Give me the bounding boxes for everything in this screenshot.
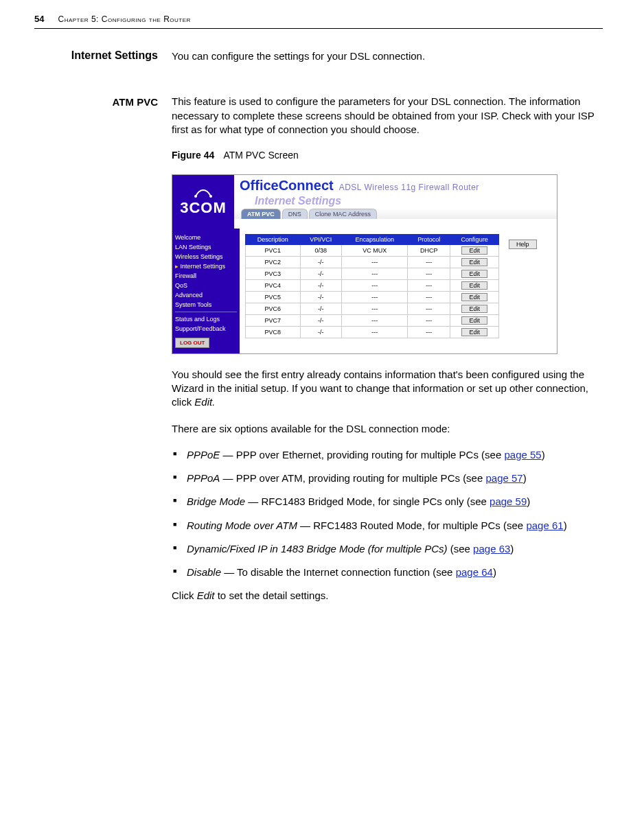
- sidebar-item-advanced[interactable]: Advanced: [175, 290, 237, 300]
- th-encap: Encapsulation: [341, 234, 407, 244]
- sidebar-item-lan[interactable]: LAN Settings: [175, 242, 237, 252]
- pvc-table: Description VPI/VCI Encapsulation Protoc…: [245, 234, 499, 338]
- header-rule: [34, 28, 603, 29]
- table-row: PVC3-/-------Edit: [246, 268, 499, 279]
- table-row: PVC7-/-------Edit: [246, 314, 499, 326]
- th-description: Description: [246, 234, 301, 244]
- page-number: 54: [34, 14, 44, 24]
- tab-bar: ATM PVC DNS Clone MAC Address: [234, 209, 557, 219]
- subsection-heading: ATM PVC: [34, 95, 158, 615]
- table-row: PVC5-/-------Edit: [246, 291, 499, 303]
- sidebar-item-wireless[interactable]: Wireless Settings: [175, 252, 237, 261]
- help-button[interactable]: Help: [509, 240, 537, 249]
- sidebar-item-systemtools[interactable]: System Tools: [175, 300, 237, 310]
- list-item: PPPoA — PPP over ATM, providing routing …: [172, 471, 603, 485]
- tab-dns[interactable]: DNS: [282, 209, 308, 219]
- vendor-logo: 3COM: [172, 175, 234, 229]
- screenshot-section-title: Internet Settings: [234, 194, 557, 209]
- tab-atm-pvc[interactable]: ATM PVC: [241, 209, 281, 219]
- edit-button[interactable]: Edit: [461, 293, 487, 301]
- edit-button[interactable]: Edit: [461, 246, 487, 255]
- list-item: PPPoE — PPP over Ethernet, providing rou…: [172, 448, 603, 462]
- logout-button[interactable]: LOG OUT: [175, 338, 209, 348]
- table-row: PVC10/38VC MUXDHCPEdit: [246, 244, 499, 256]
- tab-clone-mac[interactable]: Clone MAC Address: [309, 209, 377, 219]
- th-configure: Configure: [450, 234, 499, 244]
- page-header: 54 Chapter 5: Configuring the Router: [34, 14, 603, 24]
- edit-button[interactable]: Edit: [461, 328, 487, 336]
- svg-point-0: [194, 195, 197, 198]
- page-link[interactable]: page 59: [490, 496, 527, 507]
- edit-button[interactable]: Edit: [461, 316, 487, 325]
- options-list: PPPoE — PPP over Ethernet, providing rou…: [172, 448, 603, 580]
- figure-label: Figure 44: [172, 150, 214, 161]
- subsection-body: This feature is used to configure the pa…: [172, 95, 603, 137]
- edit-button[interactable]: Edit: [461, 270, 487, 278]
- svg-point-1: [209, 195, 212, 198]
- options-intro: There are six options available for the …: [172, 422, 603, 436]
- edit-button[interactable]: Edit: [461, 281, 487, 290]
- figure-caption: Figure 44 ATM PVC Screen: [172, 149, 603, 162]
- sidebar-item-status[interactable]: Status and Logs: [175, 314, 237, 324]
- section-heading: Internet Settings: [34, 49, 158, 75]
- table-row: PVC4-/-------Edit: [246, 279, 499, 291]
- post-figure-paragraph: You should see the first entry already c…: [172, 368, 603, 410]
- sidebar-item-qos[interactable]: QoS: [175, 281, 237, 290]
- list-item: Disable — To disable the Internet connec…: [172, 566, 603, 579]
- atm-pvc-screenshot: 3COM OfficeConnect ADSL Wireless 11g Fir…: [172, 174, 557, 354]
- edit-button[interactable]: Edit: [461, 305, 487, 313]
- table-row: PVC2-/-------Edit: [246, 256, 499, 268]
- edit-button[interactable]: Edit: [461, 258, 487, 266]
- sidebar-item-support[interactable]: Support/Feedback: [175, 324, 237, 334]
- sidebar-item-welcome[interactable]: Welcome: [175, 233, 237, 242]
- brand-subtitle: ADSL Wireless 11g Firewall Router: [339, 183, 479, 192]
- page-link[interactable]: page 64: [456, 566, 493, 578]
- table-row: PVC6-/-------Edit: [246, 303, 499, 314]
- th-proto: Protocol: [408, 234, 450, 244]
- chapter-title: Chapter 5: Configuring the Router: [58, 14, 190, 24]
- figure-caption-text: ATM PVC Screen: [223, 150, 298, 161]
- sidebar: Welcome LAN Settings Wireless Settings I…: [172, 229, 240, 353]
- brand-name: OfficeConnect: [240, 178, 334, 194]
- page-link[interactable]: page 57: [485, 472, 522, 484]
- table-row: PVC8-/-------Edit: [246, 326, 499, 338]
- list-item: Dynamic/Fixed IP in 1483 Bridge Mode (fo…: [172, 542, 603, 556]
- list-item: Routing Mode over ATM — RFC1483 Routed M…: [172, 519, 603, 533]
- sidebar-item-internet[interactable]: Internet Settings: [175, 261, 237, 271]
- sidebar-item-firewall[interactable]: Firewall: [175, 271, 237, 281]
- page-link[interactable]: page 63: [473, 543, 510, 555]
- section-intro: You can configure the settings for your …: [172, 49, 603, 63]
- page-link[interactable]: page 55: [504, 449, 541, 461]
- logo-text: 3COM: [180, 199, 227, 217]
- closing-paragraph: Click Edit to set the detail settings.: [172, 589, 603, 603]
- th-vpivci: VPI/VCI: [300, 234, 341, 244]
- list-item: Bridge Mode — RFC1483 Bridged Mode, for …: [172, 495, 603, 509]
- page-link[interactable]: page 61: [526, 520, 563, 531]
